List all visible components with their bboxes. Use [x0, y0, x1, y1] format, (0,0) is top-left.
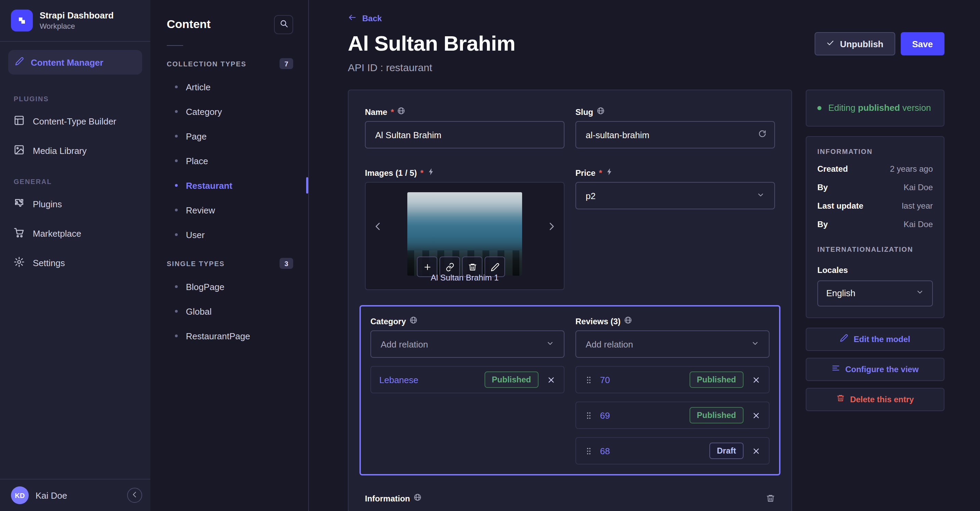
subnav-item-article[interactable]: Article — [150, 75, 308, 99]
drag-handle[interactable] — [584, 411, 593, 420]
sidebar-item-label: Settings — [33, 258, 65, 268]
status-badge: Published — [689, 407, 743, 423]
nav-section-plugins: PLUGINS — [0, 83, 150, 107]
drag-handle[interactable] — [584, 446, 593, 455]
single-count-badge: 3 — [280, 258, 293, 269]
subnav-title: Content — [167, 18, 210, 32]
delete-entry-button[interactable]: Delete this entry — [806, 388, 945, 411]
sidebar-item-media-library[interactable]: Media Library — [0, 136, 150, 166]
globe-icon — [624, 316, 632, 326]
status-badge: Published — [689, 372, 743, 388]
collection-count-badge: 7 — [280, 58, 293, 69]
list-icon — [832, 364, 840, 374]
lightning-icon — [427, 168, 435, 178]
drag-handle[interactable] — [584, 375, 593, 384]
sidebar-item-label: Marketplace — [33, 228, 81, 239]
review-relation-item: 68 Draft — [576, 437, 770, 465]
relation-link[interactable]: Lebanese — [379, 375, 418, 385]
configure-view-button[interactable]: Configure the view — [806, 358, 945, 381]
price-select[interactable]: p2 — [576, 182, 775, 209]
info-row-last-update: Last updatelast year — [817, 201, 933, 210]
information-label: Information — [365, 493, 422, 503]
page-title: Al Sultan Brahim — [348, 32, 515, 56]
subnav-item-category[interactable]: Category — [150, 99, 308, 124]
sidebar-item-label: Media Library — [33, 146, 87, 156]
locales-label: Locales — [817, 265, 933, 275]
carousel-prev-button[interactable] — [372, 221, 383, 235]
collection-types-header: COLLECTION TYPES 7 — [150, 47, 308, 75]
sidebar-item-label: Content-Type Builder — [33, 116, 116, 126]
globe-icon — [414, 493, 422, 503]
globe-icon — [409, 316, 418, 326]
price-label: Price* — [576, 168, 775, 178]
nav-section-general: GENERAL — [0, 166, 150, 190]
review-relation-item: 70 Published — [576, 366, 770, 393]
slug-input[interactable] — [576, 121, 775, 149]
layout-icon — [14, 115, 25, 128]
category-label: Category — [371, 316, 565, 326]
delete-component-button[interactable] — [766, 494, 775, 503]
remove-relation-button[interactable] — [752, 411, 760, 420]
image-icon — [14, 144, 25, 157]
remove-relation-button[interactable] — [547, 375, 555, 384]
arrow-left-icon — [348, 13, 357, 24]
subnav-item-user[interactable]: User — [150, 222, 308, 247]
subnav-item-global[interactable]: Global — [150, 299, 308, 324]
remove-relation-button[interactable] — [752, 375, 760, 384]
images-label: Images (1 / 5)* — [365, 168, 565, 178]
information-component-header: Information — [365, 493, 775, 503]
subnav-item-restaurantpage[interactable]: RestaurantPage — [150, 324, 308, 348]
subnav-item-place[interactable]: Place — [150, 149, 308, 173]
edit-model-button[interactable]: Edit the model — [806, 327, 945, 351]
divider — [167, 45, 183, 46]
subnav-item-blogpage[interactable]: BlogPage — [150, 274, 308, 299]
api-id: API ID : restaurant — [348, 62, 945, 73]
user-footer: KD Kai Doe — [0, 479, 150, 511]
sidebar-item-marketplace[interactable]: Marketplace — [0, 219, 150, 248]
unpublish-button[interactable]: Unpublish — [815, 32, 895, 56]
name-input[interactable] — [365, 121, 565, 149]
locale-select[interactable]: English — [817, 280, 933, 306]
reviews-label: Reviews (3) — [576, 316, 770, 326]
sidebar-item-content-type-builder[interactable]: Content-Type Builder — [0, 107, 150, 136]
status-badge: Published — [484, 372, 539, 388]
pencil-icon — [15, 57, 24, 68]
relation-link[interactable]: 70 — [600, 375, 610, 385]
user-name: Kai Doe — [35, 490, 67, 500]
globe-icon — [597, 107, 605, 117]
section-label: COLLECTION TYPES — [167, 60, 247, 67]
reviews-relation-select[interactable]: Add relation — [576, 331, 770, 358]
subnav-item-restaurant[interactable]: Restaurant — [150, 173, 308, 198]
search-button[interactable] — [274, 15, 293, 34]
sidebar-item-plugins[interactable]: Plugins — [0, 190, 150, 219]
trash-icon — [837, 394, 845, 404]
image-caption: Al Sultan Brahim 1 — [366, 273, 564, 283]
relation-link[interactable]: 68 — [600, 446, 610, 456]
check-icon — [826, 39, 834, 49]
sidebar-item-settings[interactable]: Settings — [0, 248, 150, 278]
puzzle-icon — [14, 198, 25, 211]
i18n-title: INTERNATIONALIZATION — [817, 245, 933, 253]
relation-link[interactable]: 69 — [600, 410, 610, 420]
sidebar-item-content-manager[interactable]: Content Manager — [8, 50, 142, 75]
review-relation-item: 69 Published — [576, 402, 770, 429]
version-status-card: Editing published version — [806, 89, 945, 126]
save-button[interactable]: Save — [900, 32, 945, 56]
collapse-sidebar-button[interactable] — [127, 488, 142, 503]
lightning-icon — [606, 168, 614, 178]
entry-sidebar: Editing published version INFORMATION Cr… — [806, 89, 945, 411]
single-types-header: SINGLE TYPES 3 — [150, 247, 308, 274]
entry-form: Name* Slug — [348, 89, 792, 511]
subnav-item-page[interactable]: Page — [150, 124, 308, 149]
category-relation-select[interactable]: Add relation — [371, 331, 565, 358]
subnav-item-review[interactable]: Review — [150, 198, 308, 222]
carousel-next-button[interactable] — [546, 221, 557, 235]
chevron-down-icon — [751, 339, 759, 349]
brand-title: Strapi Dashboard — [40, 10, 114, 21]
content-subnav: Content COLLECTION TYPES 7 Article Categ… — [150, 0, 309, 511]
back-link[interactable]: Back — [348, 13, 382, 24]
published-dot — [817, 106, 821, 110]
remove-relation-button[interactable] — [752, 446, 760, 455]
regenerate-slug-icon[interactable] — [758, 129, 767, 141]
avatar[interactable]: KD — [11, 486, 29, 504]
